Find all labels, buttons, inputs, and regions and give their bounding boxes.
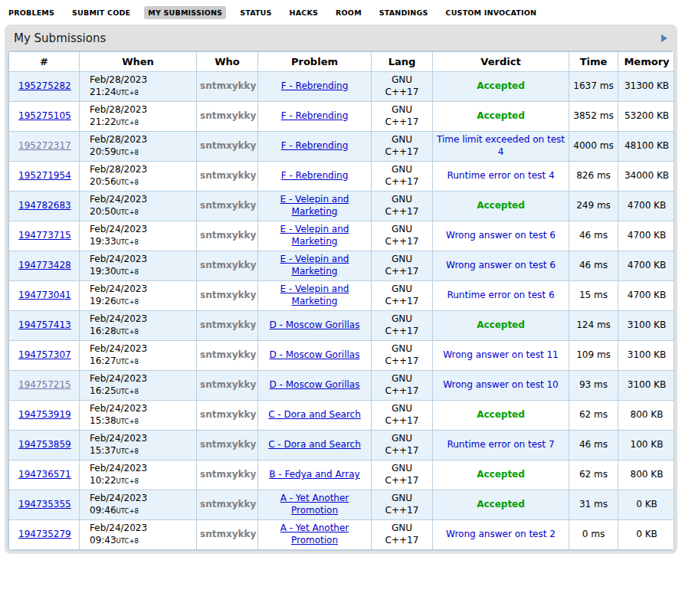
submission-id-link[interactable]: 194735279 [18, 529, 71, 539]
problem-link[interactable]: F - Rebrending [281, 110, 349, 121]
submission-row: 194773715Feb/24/202319:33UTC+8sntmxykkyE… [9, 221, 675, 251]
submission-id-link[interactable]: 194757413 [18, 319, 71, 330]
submissions-table: #WhenWhoProblemLangVerdictTimeMemory 195… [8, 51, 674, 550]
when-cell: Feb/24/202309:46UTC+8 [80, 490, 197, 520]
lang-text: GNU [375, 254, 429, 266]
user-link[interactable]: sntmxykky [200, 80, 256, 91]
submission-row: 194753859Feb/24/202315:37UTC+8sntmxykkyC… [9, 431, 675, 460]
problem-link[interactable]: E - Velepin and Marketing [280, 224, 349, 247]
submission-id-link[interactable]: 194782683 [18, 200, 71, 211]
verdict-text: Wrong answer on test 2 [446, 529, 556, 539]
lang-text: GNU [375, 493, 429, 505]
user-link[interactable]: sntmxykky [200, 230, 256, 241]
user-link[interactable]: sntmxykky [200, 499, 256, 510]
user-link[interactable]: sntmxykky [200, 319, 256, 330]
lang-text: C++17 [375, 385, 429, 398]
nav-item-standings[interactable]: STANDINGS [375, 6, 432, 19]
when-cell: Feb/24/202316:28UTC+8 [80, 311, 197, 341]
user-link[interactable]: sntmxykky [200, 439, 256, 450]
timezone-label: UTC+8 [116, 418, 139, 425]
user-link[interactable]: sntmxykky [200, 200, 256, 211]
submission-id-cell: 194735279 [9, 520, 80, 550]
submission-time: 16:27UTC+8 [90, 356, 193, 368]
problem-cell: D - Moscow Gorillas [258, 341, 372, 371]
user-link[interactable]: sntmxykky [200, 379, 256, 390]
problem-link[interactable]: C - Dora and Search [268, 439, 361, 450]
verdict-cell: Time limit exceeded on test 4 [433, 132, 569, 162]
submission-id-link[interactable]: 194773428 [18, 260, 71, 270]
user-link[interactable]: sntmxykky [200, 290, 256, 300]
user-link[interactable]: sntmxykky [200, 349, 256, 360]
lang-cell: GNUC++17 [372, 221, 433, 251]
when-cell: Feb/24/202309:43UTC+8 [80, 520, 197, 550]
submission-id-link[interactable]: 194753859 [18, 439, 71, 450]
lang-cell: GNUC++17 [372, 132, 433, 162]
verdict-cell: Accepted [433, 102, 569, 132]
when-cell: Feb/28/202321:24UTC+8 [80, 72, 197, 102]
verdict-text: Accepted [477, 469, 525, 480]
submission-id-link[interactable]: 194757307 [18, 349, 71, 360]
when-cell: Feb/24/202319:33UTC+8 [80, 221, 197, 251]
user-link[interactable]: sntmxykky [200, 260, 256, 270]
problem-cell: F - Rebrending [258, 102, 372, 132]
problem-link[interactable]: F - Rebrending [281, 170, 349, 181]
problem-link[interactable]: E - Velepin and Marketing [280, 254, 349, 277]
submission-id-link[interactable]: 194757215 [18, 379, 71, 390]
problem-link[interactable]: E - Velepin and Marketing [280, 283, 349, 306]
expand-arrow-icon[interactable] [660, 34, 668, 43]
submission-row: 195272317Feb/28/202320:59UTC+8sntmxykkyF… [9, 132, 675, 162]
problem-link[interactable]: E - Velepin and Marketing [280, 194, 349, 217]
problem-link[interactable]: B - Fedya and Array [269, 469, 359, 480]
who-cell: sntmxykky [197, 192, 258, 221]
nav-item-problems[interactable]: PROBLEMS [5, 6, 58, 19]
submission-id-link[interactable]: 194735355 [18, 499, 71, 510]
submission-id-link[interactable]: 194773715 [18, 230, 71, 241]
submission-id-link[interactable]: 195275105 [18, 110, 71, 121]
user-link[interactable]: sntmxykky [200, 110, 256, 121]
lang-text: C++17 [375, 116, 429, 129]
submission-time: 20:59UTC+8 [90, 146, 193, 159]
user-link[interactable]: sntmxykky [200, 529, 256, 539]
problem-link[interactable]: F - Rebrending [281, 140, 349, 151]
submission-date: Feb/24/2023 [90, 403, 193, 415]
user-link[interactable]: sntmxykky [200, 409, 256, 420]
problem-cell: D - Moscow Gorillas [258, 311, 372, 341]
submission-id-link[interactable]: 194753919 [18, 409, 71, 420]
timezone-label: UTC+8 [116, 268, 139, 276]
timezone-label: UTC+8 [116, 388, 139, 395]
timezone-label: UTC+8 [116, 119, 139, 126]
nav-item-hacks[interactable]: HACKS [286, 6, 322, 19]
submission-id-link[interactable]: 194773041 [18, 290, 71, 300]
lang-text: GNU [375, 463, 429, 475]
verdict-text: Accepted [477, 110, 525, 121]
nav-item-custom-invocation[interactable]: CUSTOM INVOCATION [442, 6, 541, 19]
memory-cell: 3100 KB [618, 371, 675, 401]
problem-link[interactable]: F - Rebrending [281, 80, 349, 91]
problem-link[interactable]: C - Dora and Search [268, 409, 361, 420]
when-cell: Feb/24/202319:26UTC+8 [80, 281, 197, 311]
problem-link[interactable]: D - Moscow Gorillas [270, 319, 360, 330]
submission-date: Feb/28/2023 [90, 164, 193, 176]
problem-link[interactable]: A - Yet Another Promotion [280, 523, 349, 546]
nav-item-status[interactable]: STATUS [236, 6, 275, 19]
user-link[interactable]: sntmxykky [200, 469, 256, 480]
user-link[interactable]: sntmxykky [200, 140, 256, 151]
submission-id-link[interactable]: 194736571 [18, 469, 71, 480]
exec-time-cell: 4000 ms [569, 132, 618, 162]
exec-time-cell: 31 ms [569, 490, 618, 520]
submission-id-link[interactable]: 195271954 [18, 170, 71, 181]
user-link[interactable]: sntmxykky [200, 170, 256, 181]
timezone-label: UTC+8 [116, 89, 139, 97]
problem-link[interactable]: D - Moscow Gorillas [270, 379, 360, 390]
nav-item-submit-code[interactable]: SUBMIT CODE [68, 6, 134, 19]
nav-item-my-submissions[interactable]: MY SUBMISSIONS [144, 6, 226, 19]
submission-id-link[interactable]: 195275282 [18, 80, 71, 91]
submission-id-link[interactable]: 195272317 [18, 140, 71, 151]
nav-item-room[interactable]: ROOM [332, 6, 366, 19]
problem-link[interactable]: D - Moscow Gorillas [270, 349, 360, 360]
exec-time-cell: 62 ms [569, 401, 618, 431]
problem-link[interactable]: A - Yet Another Promotion [280, 493, 349, 516]
who-cell: sntmxykky [197, 102, 258, 132]
exec-time-cell: 1637 ms [569, 72, 618, 102]
verdict-cell: Accepted [433, 72, 569, 102]
